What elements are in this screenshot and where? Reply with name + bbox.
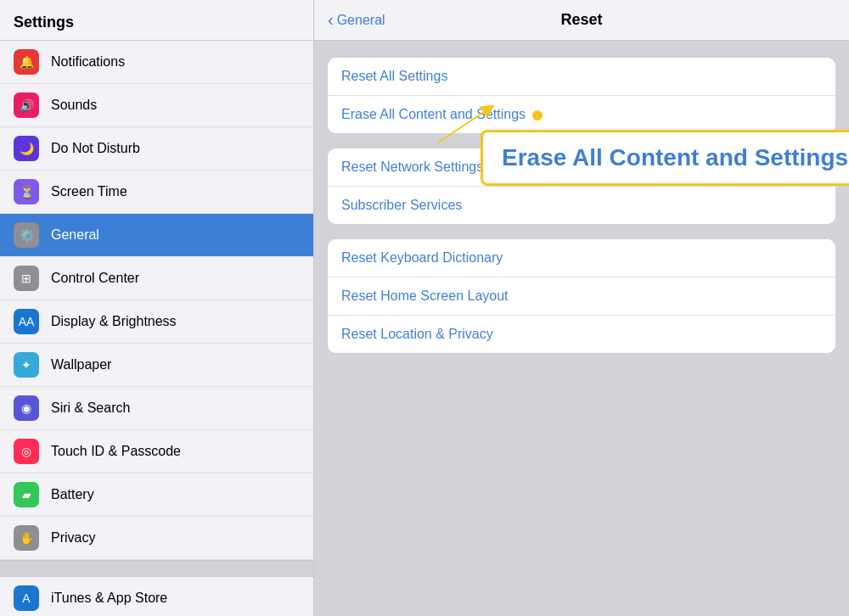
settings-row-reset-all-settings[interactable]: Reset All Settings (328, 58, 835, 96)
sidebar-divider (0, 560, 313, 577)
screen-time-icon: ⏳ (14, 179, 39, 204)
sidebar-item-label: Siri & Search (51, 400, 130, 416)
settings-row-text-reset-home-screen-layout: Reset Home Screen Layout (341, 288, 509, 303)
sidebar-item-label: Do Not Disturb (51, 141, 140, 156)
callout-text: Erase All Content and Settings (502, 144, 848, 171)
sidebar-header: Settings (0, 0, 313, 41)
settings-row-text-reset-location-privacy: Reset Location & Privacy (341, 327, 493, 341)
settings-row-text-reset-network-settings: Reset Network Settings (341, 160, 483, 174)
wallpaper-icon: ✦ (14, 352, 39, 378)
main-content: ‹ General Reset Reset All SettingsErase … (314, 0, 849, 616)
settings-row-reset-home-screen-layout[interactable]: Reset Home Screen Layout (328, 277, 835, 316)
sidebar-item-label: General (51, 227, 99, 243)
settings-group-group1: Reset All SettingsErase All Content and … (328, 58, 835, 133)
settings-row-subscriber-services[interactable]: Subscriber Services (328, 187, 835, 224)
back-label: General (337, 13, 385, 28)
callout-box: Erase All Content and Settings (481, 130, 849, 186)
battery-icon: ▰ (14, 482, 39, 507)
sidebar-item-general[interactable]: ⚙️ General (0, 214, 313, 257)
privacy-icon: ✋ (14, 525, 39, 551)
sidebar-item-label: Control Center (51, 271, 139, 286)
sidebar-title: Settings (14, 14, 74, 31)
sidebar: Settings 🔔 Notifications 🔊 Sounds 🌙 Do N… (0, 0, 314, 616)
itunes-app-store-icon: A (14, 585, 39, 611)
main-body-inner: Reset All SettingsErase All Content and … (328, 58, 835, 353)
sidebar-item-label: Display & Brightness (51, 314, 177, 329)
notifications-icon: 🔔 (14, 49, 39, 75)
sidebar-item-display-brightness[interactable]: AA Display & Brightness (0, 300, 313, 344)
sidebar-item-label: Privacy (51, 530, 95, 546)
general-icon: ⚙️ (14, 222, 39, 248)
main-body: Reset All SettingsErase All Content and … (314, 41, 849, 616)
settings-row-reset-keyboard-dictionary[interactable]: Reset Keyboard Dictionary (328, 239, 835, 277)
sidebar-item-label: iTunes & App Store (51, 591, 167, 606)
touch-id-icon: ◎ (14, 439, 39, 464)
display-brightness-icon: AA (14, 309, 39, 334)
settings-row-text-reset-all-settings: Reset All Settings (341, 69, 447, 83)
callout-dot (532, 110, 543, 120)
sidebar-item-battery[interactable]: ▰ Battery (0, 473, 313, 517)
settings-group-group3: Reset Keyboard DictionaryReset Home Scre… (328, 239, 835, 353)
siri-search-icon: ◉ (14, 395, 39, 421)
back-button[interactable]: ‹ General (328, 11, 385, 30)
sounds-icon: 🔊 (14, 92, 39, 118)
settings-row-text-erase-all-content: Erase All Content and Settings (341, 107, 543, 121)
sidebar-item-itunes-app-store[interactable]: A iTunes & App Store (0, 577, 313, 616)
sidebar-item-label: Notifications (51, 54, 125, 70)
settings-row-text-reset-keyboard-dictionary: Reset Keyboard Dictionary (341, 250, 503, 265)
chevron-left-icon: ‹ (328, 10, 334, 30)
sidebar-item-label: Sounds (51, 98, 97, 113)
sidebar-item-sounds[interactable]: 🔊 Sounds (0, 84, 313, 127)
sidebar-item-siri-search[interactable]: ◉ Siri & Search (0, 387, 313, 430)
callout-wrapper: Erase All Content and Settings (481, 130, 849, 186)
main-header: ‹ General Reset (314, 0, 849, 41)
sidebar-item-label: Wallpaper (51, 357, 111, 372)
sidebar-item-label: Touch ID & Passcode (51, 444, 181, 459)
sidebar-item-touch-id[interactable]: ◎ Touch ID & Passcode (0, 430, 313, 473)
sidebar-item-notifications[interactable]: 🔔 Notifications (0, 41, 313, 84)
do-not-disturb-icon: 🌙 (14, 136, 39, 161)
sidebar-item-wallpaper[interactable]: ✦ Wallpaper (0, 344, 313, 387)
sidebar-item-screen-time[interactable]: ⏳ Screen Time (0, 171, 313, 214)
settings-row-reset-location-privacy[interactable]: Reset Location & Privacy (328, 316, 835, 353)
settings-row-erase-all-content[interactable]: Erase All Content and Settings (328, 96, 835, 133)
sidebar-list: 🔔 Notifications 🔊 Sounds 🌙 Do Not Distur… (0, 41, 313, 616)
sidebar-item-label: Battery (51, 487, 94, 502)
sidebar-item-privacy[interactable]: ✋ Privacy (0, 517, 313, 560)
settings-row-text-subscriber-services: Subscriber Services (341, 198, 462, 212)
page-title: Reset (560, 11, 602, 29)
control-center-icon: ⊞ (14, 266, 39, 291)
sidebar-item-control-center[interactable]: ⊞ Control Center (0, 257, 313, 300)
sidebar-item-label: Screen Time (51, 184, 127, 199)
sidebar-item-do-not-disturb[interactable]: 🌙 Do Not Disturb (0, 127, 313, 171)
